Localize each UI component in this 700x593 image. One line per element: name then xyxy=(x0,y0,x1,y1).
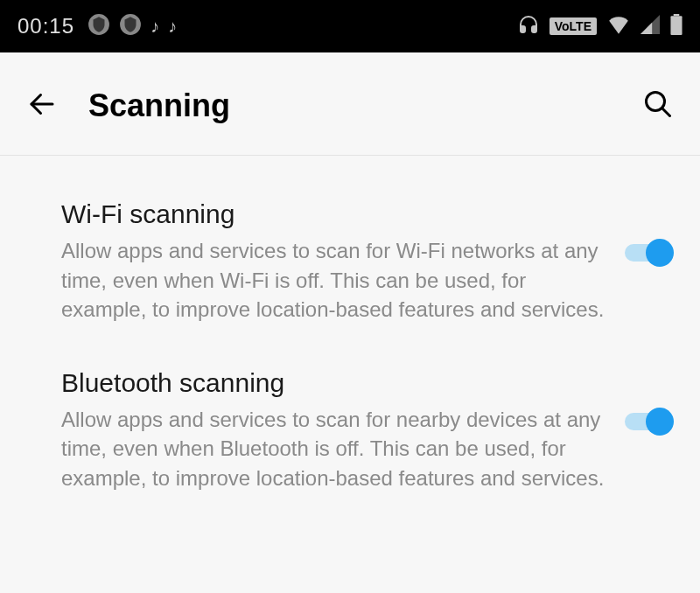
signal-icon xyxy=(640,15,660,38)
music-note-icon: ♪ xyxy=(168,17,177,37)
volte-badge: VoLTE xyxy=(550,17,597,35)
bluetooth-scanning-toggle[interactable] xyxy=(625,408,674,436)
setting-description: Allow apps and services to scan for near… xyxy=(61,405,607,493)
svg-line-6 xyxy=(662,108,670,116)
bluetooth-scanning-row[interactable]: Bluetooth scanning Allow apps and servic… xyxy=(61,351,674,520)
toggle-thumb xyxy=(646,239,674,267)
setting-title: Wi-Fi scanning xyxy=(61,199,607,229)
page-title: Scanning xyxy=(88,87,642,124)
status-time: 00:15 xyxy=(18,14,74,38)
setting-text: Wi-Fi scanning Allow apps and services t… xyxy=(61,199,607,324)
setting-text: Bluetooth scanning Allow apps and servic… xyxy=(61,368,607,493)
headphone-icon xyxy=(518,14,539,38)
wifi-icon xyxy=(607,15,630,38)
status-notification-icons: ♪ ♪ xyxy=(88,13,177,39)
status-right: VoLTE xyxy=(518,14,682,38)
svg-rect-2 xyxy=(670,16,682,35)
music-note-icon: ♪ xyxy=(150,17,159,37)
status-left: 00:15 ♪ ♪ xyxy=(18,13,177,39)
search-button[interactable] xyxy=(642,88,674,123)
shield-icon xyxy=(119,13,142,39)
app-header: Scanning xyxy=(0,52,700,156)
setting-description: Allow apps and services to scan for Wi-F… xyxy=(61,236,607,324)
back-button[interactable] xyxy=(26,88,58,123)
wifi-scanning-toggle[interactable] xyxy=(625,239,674,267)
toggle-thumb xyxy=(646,408,674,436)
svg-rect-3 xyxy=(674,14,680,16)
settings-list: Wi-Fi scanning Allow apps and services t… xyxy=(0,156,700,520)
setting-title: Bluetooth scanning xyxy=(61,368,607,398)
status-bar: 00:15 ♪ ♪ VoLTE xyxy=(0,0,700,52)
wifi-scanning-row[interactable]: Wi-Fi scanning Allow apps and services t… xyxy=(61,182,674,351)
battery-icon xyxy=(670,14,682,38)
shield-icon xyxy=(88,13,110,39)
